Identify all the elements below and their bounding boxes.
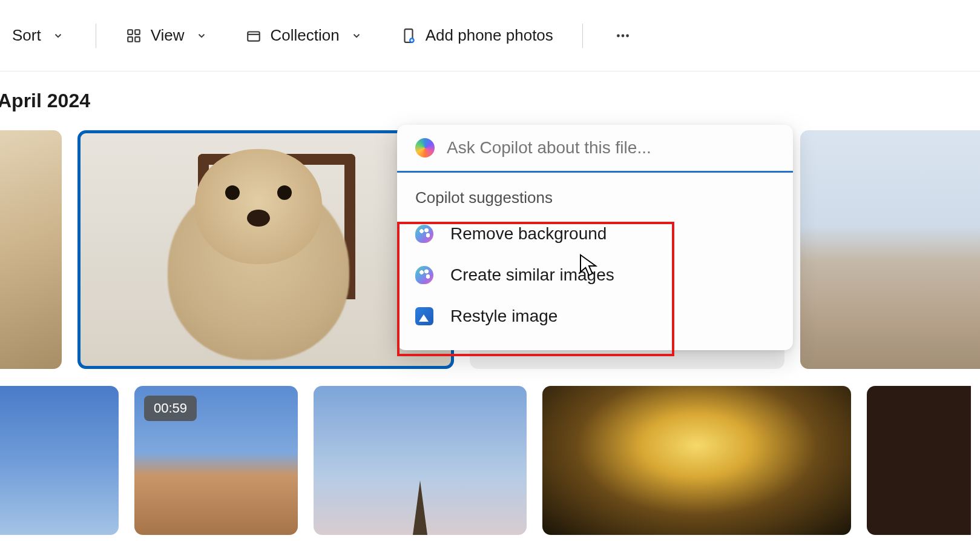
- collection-icon: [245, 27, 262, 44]
- photo-thumbnail[interactable]: [0, 386, 119, 535]
- copilot-suggestions-list: Remove background Create similar images …: [397, 213, 793, 350]
- suggestion-create-similar[interactable]: Create similar images: [397, 254, 793, 296]
- collection-label: Collection: [271, 26, 340, 45]
- chevron-down-icon: [348, 27, 365, 44]
- photo-thumbnail[interactable]: [800, 130, 980, 369]
- svg-point-10: [617, 34, 620, 37]
- video-duration-badge: 00:59: [144, 396, 197, 421]
- palette-icon: [415, 266, 433, 284]
- chevron-down-icon: [193, 27, 210, 44]
- suggestion-label: Remove background: [450, 224, 607, 244]
- copilot-suggestions-label: Copilot suggestions: [397, 173, 793, 213]
- svg-rect-2: [128, 37, 133, 42]
- suggestion-label: Restyle image: [450, 307, 557, 326]
- sort-label: Sort: [12, 26, 41, 45]
- palette-icon: [415, 225, 433, 243]
- sort-button[interactable]: Sort: [6, 21, 73, 50]
- svg-rect-1: [135, 30, 140, 35]
- copilot-input-row: [397, 125, 793, 173]
- separator: [582, 24, 583, 48]
- svg-rect-0: [128, 30, 133, 35]
- svg-point-11: [621, 34, 624, 37]
- more-button[interactable]: [606, 22, 640, 49]
- svg-point-12: [626, 34, 629, 37]
- collection-button[interactable]: Collection: [239, 21, 371, 50]
- copilot-icon: [415, 138, 435, 158]
- svg-rect-4: [248, 32, 260, 41]
- toolbar: Sort View Collection Add phone photos: [0, 0, 980, 71]
- more-horizontal-icon: [612, 27, 634, 44]
- suggestion-label: Create similar images: [450, 265, 614, 285]
- grid-view-icon: [125, 27, 142, 44]
- chevron-down-icon: [50, 27, 67, 44]
- photo-thumbnail[interactable]: [542, 386, 851, 535]
- copilot-search-input[interactable]: [447, 138, 775, 158]
- add-phone-photos-button[interactable]: Add phone photos: [394, 21, 559, 50]
- view-button[interactable]: View: [119, 21, 216, 50]
- svg-rect-3: [135, 37, 140, 42]
- view-label: View: [151, 26, 185, 45]
- suggestion-remove-background[interactable]: Remove background: [397, 213, 793, 254]
- add-phone-label: Add phone photos: [426, 26, 553, 45]
- photo-thumbnail[interactable]: [0, 130, 62, 369]
- restyle-icon: [415, 307, 433, 325]
- separator: [96, 24, 96, 48]
- photo-thumbnail[interactable]: [867, 386, 971, 535]
- video-thumbnail[interactable]: 00:59: [134, 386, 298, 535]
- phone-add-icon: [400, 27, 417, 44]
- suggestion-restyle-image[interactable]: Restyle image: [397, 296, 793, 337]
- photo-thumbnail[interactable]: [314, 386, 527, 535]
- photo-row: 00:59: [0, 386, 980, 535]
- date-heading: April 2024: [0, 90, 980, 112]
- copilot-panel: Copilot suggestions Remove background Cr…: [397, 125, 793, 350]
